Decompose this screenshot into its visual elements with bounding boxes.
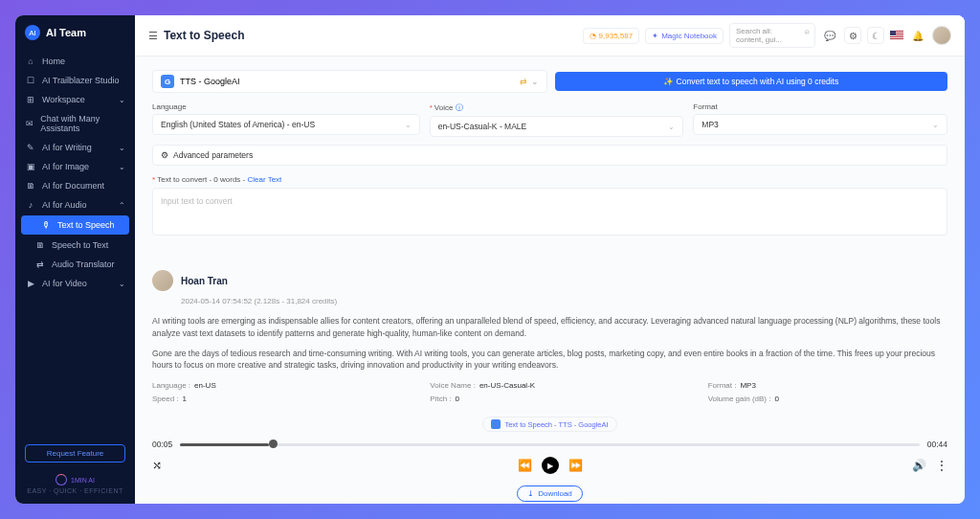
play-button[interactable]: ▶ xyxy=(542,457,559,474)
clock-icon: ◔ xyxy=(590,32,596,40)
download-button[interactable]: ⤓ Download xyxy=(517,485,583,502)
result-paragraph-2: Gone are the days of tedious research an… xyxy=(152,348,947,372)
shuffle-icon[interactable]: ⤭ xyxy=(152,459,162,472)
text-label: * Text to convert - 0 words - Clear Text xyxy=(152,175,947,184)
advanced-toggle[interactable]: ⚙ Advanced parameters xyxy=(152,145,947,166)
time-duration: 00:44 xyxy=(927,440,947,449)
chevron-up-icon: ⌃ xyxy=(119,201,125,210)
nav-icon: ▶ xyxy=(25,279,36,288)
google-logo-icon: G xyxy=(161,75,174,88)
chevron-down-icon: ⌄ xyxy=(119,96,125,104)
topbar: ☰ Text to Speech ◔ 9,935,587 ✦ Magic Not… xyxy=(135,15,965,56)
sidebar-item-chat-with-many-assistants[interactable]: ✉Chat with Many Assistants xyxy=(15,109,135,138)
info-icon[interactable]: ⓘ xyxy=(456,103,463,112)
field-language: Language English (United States of Ameri… xyxy=(152,102,420,137)
nav-icon: ⇄ xyxy=(34,260,46,269)
provider-select[interactable]: G TTS - GoogleAI ⇄ ⌄ xyxy=(152,70,547,93)
badge-text: Text to Speech - TTS - GoogleAI xyxy=(504,420,608,429)
settings-icon[interactable]: ⚙ xyxy=(844,27,861,44)
controls-row: ⤭ ⏪ ▶ ⏩ 🔊 ⋮ xyxy=(152,459,947,480)
sidebar-item-workspace[interactable]: ⊞Workspace⌄ xyxy=(15,90,135,109)
provider-badge: Text to Speech - TTS - GoogleAI xyxy=(482,417,616,432)
search-placeholder: Search all: content, gui... xyxy=(736,27,782,44)
nav-icon: 🗎 xyxy=(34,240,46,250)
footer-tagline: EASY · QUICK · EFFICIENT xyxy=(15,487,135,494)
rewind-icon[interactable]: ⏪ xyxy=(518,459,532,472)
volume-icon[interactable]: 🔊 xyxy=(912,459,926,472)
brand: AI AI Team xyxy=(15,15,135,52)
magic-notebook-button[interactable]: ✦ Magic Notebook xyxy=(645,28,724,44)
nav-label: Home xyxy=(42,56,65,66)
sidebar-item-speech-to-text[interactable]: 🗎Speech to Text xyxy=(15,236,135,255)
bell-icon[interactable]: 🔔 xyxy=(909,27,926,44)
language-select[interactable]: English (United States of America) - en-… xyxy=(152,114,420,135)
nav-icon: 🎙 xyxy=(40,220,52,230)
nav-icon: ♪ xyxy=(25,200,36,210)
search-icon: ⌕ xyxy=(805,27,810,35)
chevron-down-icon: ⌄ xyxy=(932,121,939,129)
sidebar-item-home[interactable]: ⌂Home xyxy=(15,52,135,71)
moon-icon[interactable]: ☾ xyxy=(867,27,884,44)
google-logo-icon xyxy=(491,419,501,429)
sidebar-item-ai-trailblazer-studio[interactable]: ☐AI Trailblazer Studio xyxy=(15,71,135,90)
sidebar-item-ai-for-document[interactable]: 🗎AI for Document xyxy=(15,176,135,195)
chat-icon[interactable]: 💬 xyxy=(821,27,838,44)
convert-button[interactable]: ✨ Convert text to speech with AI using 0… xyxy=(555,72,948,91)
topbar-right: ◔ 9,935,587 ✦ Magic Notebook Search all:… xyxy=(583,23,951,48)
app-root: AI AI Team ⌂Home☐AI Trailblazer Studio⊞W… xyxy=(15,15,965,504)
user-row: Hoan Tran xyxy=(152,270,947,291)
format-value: MP3 xyxy=(702,120,718,129)
field-voice: *Voiceⓘ en-US-Casual-K - MALE ⌄ xyxy=(430,102,684,137)
flag-us-icon[interactable] xyxy=(890,31,903,40)
provider-name: TTS - GoogleAI xyxy=(180,77,240,86)
more-icon[interactable]: ⋮ xyxy=(936,459,947,472)
seek-bar[interactable] xyxy=(180,443,919,446)
result-username: Hoan Tran xyxy=(181,276,228,286)
user-avatar[interactable] xyxy=(932,26,951,45)
nav-icon: ▣ xyxy=(25,162,36,171)
nav-icon: 🗎 xyxy=(25,181,36,191)
sidebar-footer: 1MIN AI EASY · QUICK · EFFICIENT xyxy=(15,468,135,504)
credits-badge[interactable]: ◔ 9,935,587 xyxy=(583,28,640,44)
seek-knob[interactable] xyxy=(269,440,278,448)
text-prefix: Text to convert - 0 words - xyxy=(157,175,245,184)
shuffle-icon[interactable]: ⇄ xyxy=(520,77,527,86)
request-feature-button[interactable]: Request Feature xyxy=(25,444,125,463)
brand-logo-icon: AI xyxy=(25,25,40,40)
seek-fill xyxy=(180,443,269,446)
sidebar-item-text-to-speech[interactable]: 🎙Text to Speech xyxy=(21,215,129,235)
text-input[interactable]: Input text to convert xyxy=(152,188,947,236)
topbar-left: ☰ Text to Speech xyxy=(148,29,244,42)
search-input[interactable]: Search all: content, gui... ⌕ xyxy=(729,23,815,48)
sidebar: AI AI Team ⌂Home☐AI Trailblazer Studio⊞W… xyxy=(15,15,135,504)
download-icon: ⤓ xyxy=(527,489,534,498)
sparkle-icon: ✦ xyxy=(652,32,658,40)
chevron-down-icon: ⌄ xyxy=(405,121,412,129)
nav-label: AI Trailblazer Studio xyxy=(42,76,120,85)
voice-select[interactable]: en-US-Casual-K - MALE ⌄ xyxy=(430,116,684,137)
chevron-down-icon: ⌄ xyxy=(119,163,125,171)
chevron-down-icon: ⌄ xyxy=(668,123,675,131)
magic-label: Magic Notebook xyxy=(661,32,717,40)
sidebar-item-ai-for-writing[interactable]: ✎AI for Writing⌄ xyxy=(15,138,135,157)
sidebar-item-ai-for-video[interactable]: ▶AI for Video⌄ xyxy=(15,274,135,293)
nav-label: Audio Translator xyxy=(52,260,115,269)
voice-label: *Voiceⓘ xyxy=(430,102,684,113)
nav-label: Workspace xyxy=(42,95,85,104)
chevron-down-icon: ⌄ xyxy=(119,280,125,288)
sidebar-item-ai-for-audio[interactable]: ♪AI for Audio⌃ xyxy=(15,195,135,214)
menu-icon[interactable]: ☰ xyxy=(148,30,158,42)
clear-text-link[interactable]: Clear Text xyxy=(247,175,281,184)
forward-icon[interactable]: ⏩ xyxy=(568,459,583,472)
format-select[interactable]: MP3 ⌄ xyxy=(693,114,947,135)
result-meta: 2024-05-14 07:54:52 (2.128s - 31,824 cre… xyxy=(181,297,947,305)
nav-label: AI for Video xyxy=(42,279,87,288)
nav-label: AI for Document xyxy=(42,181,104,191)
sidebar-item-ai-for-image[interactable]: ▣AI for Image⌄ xyxy=(15,157,135,176)
sliders-icon: ⚙ xyxy=(161,150,168,160)
language-value: English (United States of America) - en-… xyxy=(161,120,315,129)
result-properties: Language :en-US Speed :1 Voice Name :en-… xyxy=(152,381,947,403)
sidebar-item-audio-translator[interactable]: ⇄Audio Translator xyxy=(15,255,135,274)
nav-label: Text to Speech xyxy=(57,220,115,230)
badge-row: Text to Speech - TTS - GoogleAI xyxy=(152,417,947,432)
